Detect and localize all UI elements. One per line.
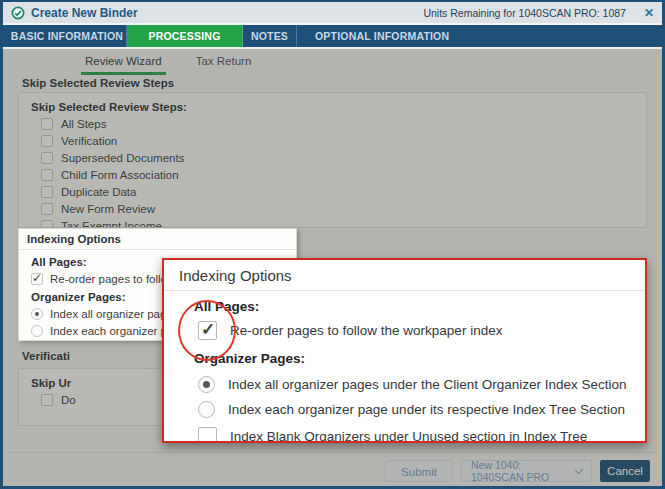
circled-check-icon bbox=[11, 6, 25, 20]
organizer-pages-label: Organizer Pages: bbox=[194, 351, 633, 366]
create-new-binder-dialog: Create New Binder Units Remaining for 10… bbox=[0, 0, 665, 489]
checkbox-reorder-pages[interactable] bbox=[31, 273, 43, 285]
checkbox-index-blank-organizers[interactable] bbox=[198, 427, 217, 443]
radio-index-all-organizer[interactable] bbox=[198, 376, 215, 393]
tab-processing-options[interactable]: PROCESSING OPTIONS bbox=[127, 25, 243, 47]
list-item[interactable]: Re-order pages to follow the workpaper i… bbox=[198, 321, 633, 340]
units-remaining-label: Units Remaining for 1040SCAN PRO: 1087 bbox=[423, 7, 644, 19]
list-item[interactable]: Index each organizer page under its resp… bbox=[198, 401, 633, 418]
tab-bar: BASIC INFORMATION PROCESSING OPTIONS NOT… bbox=[3, 25, 662, 47]
indexing-options-callout: Indexing Options All Pages: Re-order pag… bbox=[162, 258, 647, 443]
radio-index-each-organizer[interactable] bbox=[31, 325, 43, 337]
close-icon[interactable]: ✕ bbox=[644, 6, 654, 20]
indexing-panel-heading: Indexing Options bbox=[19, 229, 296, 250]
checkbox-label: Re-order pages to follow the workpaper i… bbox=[230, 323, 502, 338]
list-item[interactable]: Index Blank Organizers under Unused sect… bbox=[198, 427, 633, 443]
radio-index-each-organizer[interactable] bbox=[198, 401, 215, 418]
checkbox-reorder-pages[interactable] bbox=[198, 321, 217, 340]
tab-optional-information[interactable]: OPTIONAL INFORMATION bbox=[297, 25, 662, 47]
radio-index-all-organizer[interactable] bbox=[31, 308, 43, 320]
checkbox-label: Index Blank Organizers under Unused sect… bbox=[230, 429, 587, 443]
list-item[interactable]: Index all organizer pages under the Clie… bbox=[198, 376, 633, 393]
all-pages-label: All Pages: bbox=[194, 299, 633, 314]
callout-heading: Indexing Options bbox=[164, 260, 645, 291]
title-bar: Create New Binder Units Remaining for 10… bbox=[3, 2, 662, 23]
tab-basic-information[interactable]: BASIC INFORMATION bbox=[8, 25, 127, 47]
content-area: Review Wizard Tax Return Skip Selected R… bbox=[3, 49, 662, 486]
radio-label: Index each organizer page under its resp… bbox=[228, 402, 625, 417]
radio-label: Index all organizer pages under the Clie… bbox=[228, 377, 627, 392]
window-title: Create New Binder bbox=[31, 6, 138, 20]
tab-notes[interactable]: NOTES bbox=[243, 25, 297, 47]
